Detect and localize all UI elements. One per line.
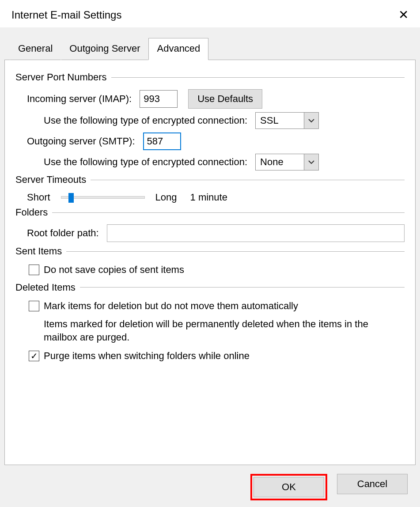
tab-outgoing-server[interactable]: Outgoing Server — [61, 38, 148, 60]
outgoing-server-port-input[interactable] — [143, 132, 181, 150]
row-do-not-save-sent: Do not save copies of sent items — [29, 263, 405, 276]
close-icon[interactable]: ✕ — [393, 6, 414, 24]
outgoing-encryption-label: Use the following type of encrypted conn… — [44, 156, 247, 168]
incoming-server-port-input[interactable] — [140, 90, 178, 108]
purge-on-switch-checkbox[interactable] — [29, 351, 39, 361]
dialog-client-area: General Outgoing Server Advanced Server … — [0, 27, 420, 507]
outgoing-server-label: Outgoing server (SMTP): — [27, 136, 135, 147]
row-purge-on-switch: Purge items when switching folders while… — [29, 349, 405, 363]
outgoing-encryption-value: None — [255, 154, 304, 170]
group-label-server-ports: Server Port Numbers — [15, 72, 111, 83]
dialog-title: Internet E-mail Settings — [11, 9, 121, 21]
tab-advanced[interactable]: Advanced — [148, 38, 208, 60]
row-outgoing-server: Outgoing server (SMTP): — [15, 132, 405, 150]
group-label-server-timeouts: Server Timeouts — [15, 174, 91, 185]
timeout-long-label: Long — [155, 192, 177, 203]
tabstrip: General Outgoing Server Advanced — [10, 27, 416, 60]
group-divider — [66, 251, 405, 252]
purge-on-switch-label: Purge items when switching folders while… — [44, 349, 250, 363]
root-folder-path-input[interactable] — [107, 224, 405, 242]
mark-for-deletion-checkbox[interactable] — [29, 301, 39, 311]
incoming-encryption-select[interactable]: SSL — [255, 112, 319, 129]
cancel-button[interactable]: Cancel — [337, 474, 408, 494]
use-defaults-button[interactable]: Use Defaults — [188, 89, 262, 109]
advanced-panel: Server Port Numbers Incoming server (IMA… — [4, 60, 416, 465]
group-label-deleted-items: Deleted Items — [15, 282, 80, 293]
timeout-value-label: 1 minute — [190, 192, 227, 203]
row-outgoing-encryption: Use the following type of encrypted conn… — [15, 154, 405, 170]
email-settings-dialog: Internet E-mail Settings ✕ General Outgo… — [0, 0, 420, 507]
titlebar: Internet E-mail Settings ✕ — [0, 0, 420, 27]
group-divider — [111, 77, 405, 78]
group-sent-items: Sent Items — [15, 246, 405, 257]
group-folders: Folders — [15, 207, 405, 218]
incoming-server-label: Incoming server (IMAP): — [27, 93, 132, 105]
do-not-save-sent-checkbox[interactable] — [29, 265, 39, 275]
group-server-port-numbers: Server Port Numbers — [15, 72, 405, 83]
outgoing-encryption-select[interactable]: None — [255, 154, 319, 170]
group-divider — [52, 212, 405, 213]
mark-for-deletion-label: Mark items for deletion but do not move … — [44, 299, 298, 313]
group-label-sent-items: Sent Items — [15, 246, 66, 257]
root-folder-label: Root folder path: — [27, 227, 99, 239]
group-server-timeouts: Server Timeouts — [15, 174, 405, 185]
do-not-save-sent-label: Do not save copies of sent items — [44, 263, 184, 276]
timeout-slider[interactable] — [61, 196, 145, 199]
incoming-encryption-label: Use the following type of encrypted conn… — [44, 115, 247, 126]
row-incoming-encryption: Use the following type of encrypted conn… — [15, 112, 405, 129]
row-mark-for-deletion: Mark items for deletion but do not move … — [29, 299, 405, 313]
group-divider — [80, 287, 405, 288]
tab-general[interactable]: General — [10, 38, 61, 60]
mark-for-deletion-note: Items marked for deletion will be perman… — [44, 318, 388, 344]
group-deleted-items: Deleted Items — [15, 282, 405, 293]
chevron-down-icon[interactable] — [304, 112, 319, 129]
chevron-down-icon[interactable] — [304, 154, 319, 170]
row-incoming-server: Incoming server (IMAP): Use Defaults — [15, 89, 405, 109]
timeout-short-label: Short — [27, 192, 50, 203]
slider-thumb[interactable] — [68, 193, 74, 203]
row-root-folder: Root folder path: — [15, 224, 405, 242]
row-server-timeout: Short Long 1 minute — [15, 192, 405, 203]
group-label-folders: Folders — [15, 207, 52, 218]
group-divider — [91, 180, 405, 180]
dialog-footer: OK Cancel — [4, 465, 416, 500]
ok-button-highlight: OK — [250, 474, 327, 500]
ok-button[interactable]: OK — [254, 477, 324, 497]
incoming-encryption-value: SSL — [255, 112, 304, 129]
